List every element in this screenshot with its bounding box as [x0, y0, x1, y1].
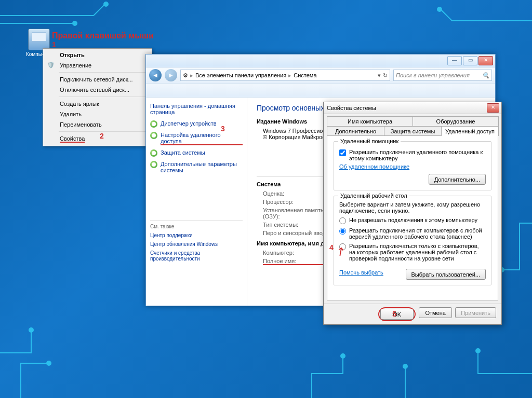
- allow-ra-checkbox[interactable]: Разрешить подключения удаленного помощни…: [339, 149, 486, 161]
- svg-point-2: [437, 7, 442, 11]
- breadcrumb[interactable]: ⚙ ▸ Все элементы панели управления ▸ Сис…: [180, 70, 390, 81]
- dialog-button-row: OK Отмена Применить: [324, 304, 501, 324]
- minimize-button[interactable]: —: [447, 56, 462, 65]
- maximize-button[interactable]: ▭: [463, 56, 477, 65]
- dialog-close-button[interactable]: ✕: [487, 103, 499, 113]
- nav-system-protection[interactable]: Защита системы: [150, 149, 243, 157]
- rd-instruction: Выберите вариант и затем укажите, кому р…: [339, 201, 486, 214]
- toolbar: [146, 84, 495, 98]
- ok-button[interactable]: OK: [380, 309, 414, 320]
- annotation-1: 1: [52, 40, 56, 49]
- close-button[interactable]: ✕: [478, 56, 493, 65]
- titlebar: — ▭ ✕: [146, 54, 495, 67]
- help-choose-link[interactable]: Помочь выбрать: [339, 269, 383, 276]
- svg-point-8: [476, 349, 480, 353]
- see-also-label: См. также: [150, 224, 243, 229]
- rd-option-deny[interactable]: Не разрешать подключения к этому компьют…: [339, 217, 486, 224]
- address-bar: ◄ ► ⚙ ▸ Все элементы панели управления ▸…: [146, 67, 495, 84]
- nav-windows-update[interactable]: Центр обновления Windows: [150, 241, 243, 247]
- remote-desktop-group: Удаленный рабочий стол Выберите вариант …: [334, 196, 491, 285]
- tab-remote[interactable]: Удаленный доступ: [441, 126, 499, 136]
- ctx-disconnect-drive[interactable]: Отключить сетевой диск...: [44, 85, 151, 95]
- search-icon: 🔍: [482, 72, 489, 79]
- svg-point-5: [29, 328, 33, 332]
- ctx-properties[interactable]: Свойства: [44, 133, 151, 145]
- ctx-manage[interactable]: 🛡️Управление: [44, 60, 151, 71]
- svg-point-1: [73, 21, 77, 25]
- tab-hardware[interactable]: Оборудование: [413, 116, 499, 126]
- nav-advanced-settings[interactable]: Дополнительные параметры системы: [150, 161, 243, 173]
- annotation-2: 2: [100, 132, 104, 140]
- svg-point-0: [104, 2, 108, 6]
- shield-icon: [150, 149, 157, 157]
- tab-protection[interactable]: Защита системы: [384, 126, 442, 136]
- nav-forward-button[interactable]: ►: [165, 69, 177, 81]
- about-ra-link[interactable]: Об удаленном помощнике: [339, 163, 486, 170]
- control-panel-icon: ⚙: [183, 72, 188, 79]
- system-properties-dialog: Свойства системы ✕ Имя компьютера Оборуд…: [323, 102, 502, 325]
- svg-point-7: [403, 364, 407, 368]
- shield-icon: 🛡️: [47, 62, 56, 70]
- ctx-delete[interactable]: Удалить: [44, 109, 151, 119]
- search-input[interactable]: Поиск в панели управления 🔍: [393, 70, 492, 81]
- ctx-map-drive[interactable]: Подключить сетевой диск...: [44, 74, 151, 85]
- tab-advanced[interactable]: Дополнительно: [327, 126, 384, 136]
- nav-back-button[interactable]: ◄: [149, 69, 162, 81]
- shield-icon: [150, 161, 157, 168]
- cp-home-link[interactable]: Панель управления - домашняя страница: [150, 103, 243, 115]
- left-nav: Панель управления - домашняя страница Ди…: [146, 98, 247, 306]
- shield-icon: [150, 120, 157, 128]
- annotation-3: 3: [221, 125, 225, 133]
- nav-performance[interactable]: Счетчики и средства производительности: [150, 250, 243, 262]
- ctx-open[interactable]: Открыть: [44, 50, 151, 60]
- nav-remote-settings[interactable]: Настройка удаленного доступа: [150, 132, 243, 145]
- ctx-rename[interactable]: Переименовать: [44, 119, 151, 130]
- shield-icon: [150, 132, 157, 139]
- dialog-title: Свойства системы ✕: [324, 102, 501, 114]
- remote-tab-pane: Удаленный помощник Разрешить подключения…: [327, 135, 498, 300]
- apply-button[interactable]: Применить: [455, 307, 496, 318]
- select-users-button[interactable]: Выбрать пользователей...: [406, 269, 486, 280]
- nav-action-center[interactable]: Центр поддержки: [150, 232, 243, 238]
- rd-option-any[interactable]: Разрешать подключения от компьютеров с л…: [339, 227, 486, 240]
- computer-icon: [28, 29, 50, 50]
- ra-advanced-button[interactable]: Дополнительно...: [429, 174, 486, 185]
- svg-point-4: [47, 361, 51, 365]
- tab-computer-name[interactable]: Имя компьютера: [327, 116, 413, 126]
- cancel-button[interactable]: Отмена: [419, 307, 452, 318]
- context-menu: Открыть 🛡️Управление Подключить сетевой …: [43, 48, 152, 146]
- annotation-5: 5: [392, 310, 396, 318]
- ctx-create-shortcut[interactable]: Создать ярлык: [44, 99, 151, 109]
- tab-bar: Имя компьютера Оборудование Дополнительн…: [324, 114, 501, 136]
- annotation-rightclick: Правой клавишей мыши: [52, 31, 154, 40]
- annotation-4: 4: [329, 243, 334, 252]
- nav-device-manager[interactable]: Диспетчер устройств: [150, 120, 243, 128]
- svg-point-6: [341, 354, 345, 358]
- rd-option-nla[interactable]: Разрешить подключаться только с компьюте…: [339, 243, 486, 262]
- remote-assistance-group: Удаленный помощник Разрешить подключения…: [334, 141, 491, 190]
